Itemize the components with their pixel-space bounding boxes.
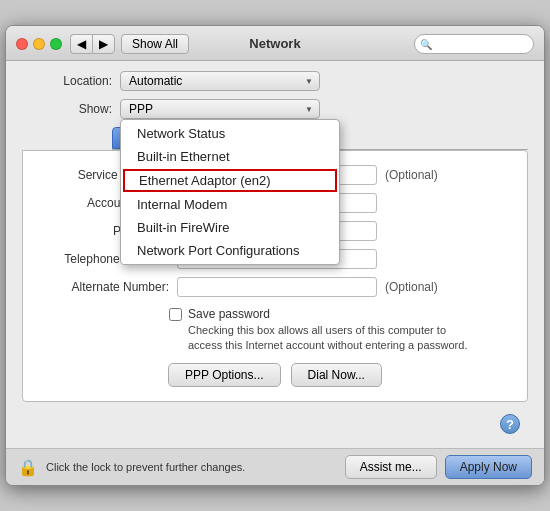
lock-text: Click the lock to prevent further change… [46,461,337,473]
search-input[interactable] [414,34,534,54]
alternate-number-label: Alternate Number: [39,280,169,294]
close-button[interactable] [16,38,28,50]
forward-button[interactable]: ▶ [92,34,115,54]
show-all-button[interactable]: Show All [121,34,189,54]
alternate-number-row: Alternate Number: (Optional) [39,277,511,297]
show-row: Show: PPP Network Status Built-in Ethern… [22,99,528,119]
menu-item-internal-modem[interactable]: Internal Modem [121,193,339,216]
location-label: Location: [22,74,112,88]
show-dropdown-menu: Network Status Built-in Ethernet Etherne… [120,119,340,265]
save-password-label: Save password [188,307,467,321]
dial-now-button[interactable]: Dial Now... [291,363,382,387]
location-row: Location: Automatic [22,71,528,91]
network-window: ◀ ▶ Show All Network 🔍 Location: Automat… [5,25,545,487]
ppp-buttons-row: PPP Options... Dial Now... [39,363,511,387]
show-dropdown-container: PPP Network Status Built-in Ethernet Eth… [120,99,320,119]
apply-now-button[interactable]: Apply Now [445,455,532,479]
minimize-button[interactable] [33,38,45,50]
title-bar: ◀ ▶ Show All Network 🔍 [6,26,544,61]
service-provider-optional: (Optional) [385,168,438,182]
content-area: Location: Automatic Show: PPP Network St… [6,61,544,449]
search-icon: 🔍 [420,38,432,49]
save-password-row: Save password Checking this box allows a… [169,307,511,354]
alternate-number-input[interactable] [177,277,377,297]
ppp-options-button[interactable]: PPP Options... [168,363,281,387]
nav-buttons: ◀ ▶ [70,34,115,54]
menu-item-built-in-firewire[interactable]: Built-in FireWire [121,216,339,239]
help-button[interactable]: ? [500,414,520,434]
save-password-checkbox[interactable] [169,308,182,321]
zoom-button[interactable] [50,38,62,50]
show-label: Show: [22,102,112,116]
search-box: 🔍 [414,34,534,54]
lock-icon[interactable]: 🔒 [18,458,38,477]
menu-item-ethernet-adaptor[interactable]: Ethernet Adaptor (en2) [123,169,337,192]
bottom-bar: 🔒 Click the lock to prevent further chan… [6,448,544,485]
menu-item-built-in-ethernet[interactable]: Built-in Ethernet [121,145,339,168]
location-dropdown[interactable]: Automatic [120,71,320,91]
save-password-text: Save password Checking this box allows a… [188,307,467,354]
menu-item-network-status[interactable]: Network Status [121,122,339,145]
alternate-number-optional: (Optional) [385,280,438,294]
location-dropdown-container: Automatic [120,71,320,91]
back-button[interactable]: ◀ [70,34,92,54]
help-row: ? [22,410,528,438]
save-password-description: Checking this box allows all users of th… [188,323,467,354]
menu-item-network-port-configs[interactable]: Network Port Configurations [121,239,339,262]
show-dropdown[interactable]: PPP [120,99,320,119]
assist-me-button[interactable]: Assist me... [345,455,437,479]
traffic-lights [16,38,62,50]
